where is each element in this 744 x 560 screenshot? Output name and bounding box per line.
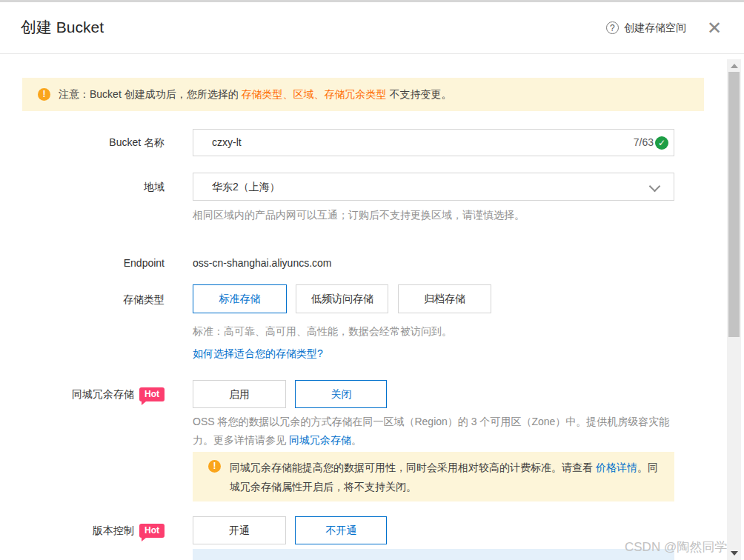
scroll-down-arrow-icon[interactable] [731,551,738,556]
notice-highlight: 存储类型、区域、存储冗余类型 [242,88,387,100]
page-title: 创建 Bucket [21,17,104,38]
warning-icon: ! [38,88,50,101]
region-helper-text: 相同区域内的产品内网可以互通；订购后不支持更换区域，请谨慎选择。 [193,209,525,222]
versioning-enable-button[interactable]: 开通 [193,516,286,544]
question-icon: ? [606,21,619,34]
zrs-enable-button[interactable]: 启用 [193,380,286,408]
hot-badge: Hot [139,524,165,538]
warning-icon: ! [208,460,221,473]
notice-banner: ! 注意：Bucket 创建成功后，您所选择的 存储类型、区域、存储冗余类型 不… [22,78,704,111]
help-link-label: 创建存储空间 [624,21,686,35]
storage-helper-text: 标准：高可靠、高可用、高性能，数据会经常被访问到。 [193,325,452,339]
versioning-label: 版本控制Hot [0,524,165,538]
watermark: CSDN @陶然同学 [625,539,727,556]
zrs-description: OSS 将您的数据以冗余的方式存储在同一区域（Region）的 3 个可用区（Z… [193,413,679,450]
region-select[interactable]: 华东2（上海） [193,173,674,201]
storage-ia-button[interactable]: 低频访问存储 [296,284,388,313]
scrollbar-thumb[interactable] [728,72,740,337]
endpoint-label: Endpoint [0,257,165,269]
pricing-link[interactable]: 价格详情 [596,461,637,473]
create-bucket-dialog: 创建 Bucket ? 创建存储空间 ✕ ! 注意：Bucket 创建成功后，您… [0,0,744,560]
zrs-warning-box: ! 同城冗余存储能提高您的数据可用性，同时会采用相对较高的计费标准。请查看 价格… [193,452,674,501]
dialog-header: 创建 Bucket ? 创建存储空间 ✕ [0,2,744,54]
close-icon[interactable]: ✕ [707,19,722,37]
valid-check-icon: ✓ [655,136,668,150]
versioning-options: 开通 不开通 [193,516,393,544]
bucket-name-value: czxy-lt [212,136,242,148]
zrs-options: 启用 关闭 [193,380,393,408]
zrs-doc-link[interactable]: 同城冗余存储 [289,434,351,446]
next-section-cutoff [193,549,674,560]
storage-archive-button[interactable]: 归档存储 [398,284,491,313]
storage-class-label: 存储类型 [0,293,165,307]
chevron-down-icon [649,181,661,193]
region-label: 地域 [0,181,165,194]
zrs-disable-button[interactable]: 关闭 [295,380,387,408]
help-link[interactable]: ? 创建存储空间 [606,21,686,35]
region-value: 华东2（上海） [212,181,280,193]
versioning-disable-button[interactable]: 不开通 [295,516,387,544]
storage-standard-button[interactable]: 标准存储 [193,284,287,313]
notice-text: 注意：Bucket 创建成功后，您所选择的 存储类型、区域、存储冗余类型 不支持… [59,88,451,101]
hot-badge: Hot [139,387,165,401]
scroll-up-arrow-icon[interactable] [731,64,738,68]
zrs-label: 同城冗余存储Hot [0,387,165,401]
endpoint-value: oss-cn-shanghai.aliyuncs.com [193,257,332,269]
bucket-name-label: Bucket 名称 [0,136,165,150]
bucket-name-input[interactable]: czxy-lt 7/63 ✓ [193,129,674,156]
storage-class-help-link[interactable]: 如何选择适合您的存储类型? [193,347,323,361]
storage-class-options: 标准存储 低频访问存储 归档存储 [193,284,497,313]
char-counter: 7/63 ✓ [634,130,668,156]
